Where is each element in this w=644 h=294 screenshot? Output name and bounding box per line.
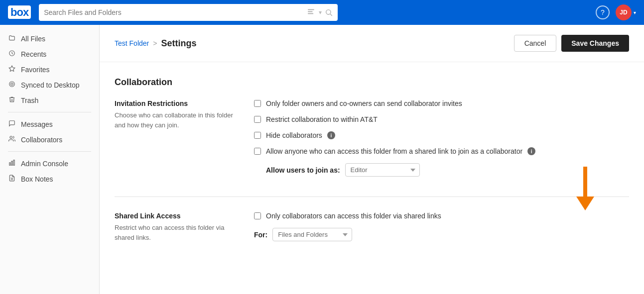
content-header: Test Folder > Settings Cancel Save Chang… (100, 25, 644, 62)
message-icon (8, 120, 16, 128)
svg-rect-11 (11, 161, 12, 165)
svg-rect-10 (9, 163, 10, 165)
sync-icon (8, 81, 16, 89)
shared-link-controls: Only collaborators can access this folde… (254, 212, 629, 242)
sidebar-item-favorites[interactable]: Favorites (0, 62, 99, 77)
sidebar-divider-2 (8, 151, 91, 152)
breadcrumb-current: Settings (161, 38, 196, 49)
sidebar-section-comm: Messages Collaborators (0, 116, 99, 147)
user-menu-caret: ▾ (634, 10, 636, 15)
sidebar-item-box-notes[interactable]: Box Notes (0, 171, 99, 187)
sidebar-item-label: Synced to Desktop (21, 81, 80, 89)
sidebar-item-admin-console[interactable]: Admin Console (0, 156, 99, 171)
chart-icon (8, 159, 16, 168)
settings-body: Collaboration Invitation Restrictions Ch… (100, 62, 644, 277)
shared-link-access-row: Shared Link Access Restrict who can acce… (115, 212, 629, 242)
svg-point-3 (326, 10, 331, 14)
checkbox-row-2: Restrict collaboration to within AT&T (254, 115, 629, 123)
checkbox-opt1[interactable] (254, 100, 261, 107)
checkbox-opt4[interactable] (254, 148, 261, 155)
invitation-restrictions-row: Invitation Restrictions Choose who can c… (115, 99, 629, 177)
search-icons: ▾ (308, 8, 333, 16)
trash-icon (8, 96, 16, 104)
svg-point-7 (9, 82, 15, 87)
breadcrumb: Test Folder > Settings (115, 38, 196, 49)
people-icon (8, 135, 16, 144)
search-icon (325, 8, 333, 16)
header-right: ? JD ▾ (596, 4, 636, 20)
breadcrumb-separator: > (153, 39, 157, 47)
sidebar-item-recents[interactable]: Recents (0, 46, 99, 62)
invitation-restrictions-title: Invitation Restrictions (115, 99, 234, 107)
checkbox-label-sopt1: Only collaborators can access this folde… (266, 212, 441, 220)
checkbox-row-4: Allow anyone who can access this folder … (254, 147, 629, 155)
sidebar-item-collaborators[interactable]: Collaborators (0, 132, 99, 147)
sidebar-item-all-files[interactable]: All Files (0, 31, 99, 46)
save-changes-button[interactable]: Save Changes (561, 35, 629, 52)
checkbox-label-opt3: Hide collaborators (266, 131, 322, 139)
cancel-button[interactable]: Cancel (514, 35, 557, 52)
svg-rect-12 (13, 160, 14, 166)
for-row: For: Files and Folders (254, 228, 629, 241)
for-label: For: (254, 231, 267, 239)
sidebar-item-messages[interactable]: Messages (0, 116, 99, 132)
search-bar[interactable]: ▾ (39, 4, 338, 21)
sidebar-item-label: Recents (21, 50, 46, 58)
checkbox-opt3[interactable] (254, 132, 261, 139)
header-actions: Cancel Save Changes (514, 35, 629, 52)
svg-marker-6 (9, 66, 15, 71)
sidebar-item-label: Admin Console (21, 160, 68, 168)
help-button[interactable]: ? (596, 5, 610, 19)
main-layout: All Files Recents Favorites Synced to De… (0, 25, 644, 294)
checkbox-row-sopt1: Only collaborators can access this folde… (254, 212, 629, 220)
folder-icon (8, 34, 16, 43)
info-icon-shared-link[interactable]: i (527, 147, 535, 155)
join-as-select[interactable]: Editor (345, 163, 420, 177)
checkbox-row-3: Hide collaborators i (254, 131, 629, 139)
checkbox-label-opt4: Allow anyone who can access this folder … (266, 147, 522, 155)
avatar: JD (616, 4, 632, 20)
checkbox-row-1: Only folder owners and co-owners can sen… (254, 99, 629, 107)
sidebar-item-label: All Files (21, 35, 45, 43)
sidebar-item-label: Collaborators (21, 136, 62, 144)
checkbox-opt2[interactable] (254, 116, 261, 123)
join-as-row: Allow users to join as: Editor (266, 163, 629, 177)
sidebar-item-label: Messages (21, 120, 53, 128)
arrow-shaft (583, 167, 587, 196)
breadcrumb-folder[interactable]: Test Folder (115, 39, 149, 47)
svg-point-8 (11, 83, 13, 86)
sidebar-item-label: Trash (21, 97, 38, 104)
content-area: Test Folder > Settings Cancel Save Chang… (100, 25, 644, 294)
sidebar-divider-1 (8, 112, 91, 112)
svg-point-9 (10, 136, 12, 139)
invitation-restrictions-controls: Only folder owners and co-owners can sen… (254, 99, 629, 177)
info-icon-hide-collaborators[interactable]: i (327, 131, 335, 139)
sidebar-item-trash[interactable]: Trash (0, 93, 99, 108)
for-select[interactable]: Files and Folders (272, 228, 352, 241)
orange-arrow (576, 167, 594, 210)
svg-line-4 (330, 14, 332, 16)
user-menu[interactable]: JD ▾ (616, 4, 636, 20)
app-header: box ▾ ? JD ▾ (0, 0, 644, 25)
box-logo: box (8, 6, 31, 19)
sidebar-item-label: Box Notes (21, 175, 53, 183)
svg-rect-0 (308, 9, 314, 10)
sidebar: All Files Recents Favorites Synced to De… (0, 25, 100, 294)
sidebar-item-synced[interactable]: Synced to Desktop (0, 77, 99, 93)
invitation-restrictions-label: Invitation Restrictions Choose who can c… (115, 99, 234, 177)
clock-icon (8, 50, 16, 58)
shared-link-desc: Restrict who can access this folder via … (115, 223, 234, 242)
svg-rect-2 (308, 13, 313, 14)
notes-icon (8, 175, 16, 183)
checkbox-label-opt1: Only folder owners and co-owners can sen… (266, 99, 462, 107)
search-input[interactable] (44, 8, 308, 16)
checkbox-sopt1[interactable] (254, 212, 261, 219)
star-icon (8, 65, 16, 74)
shared-link-title: Shared Link Access (115, 212, 234, 220)
sidebar-section-main: All Files Recents Favorites Synced to De… (0, 31, 99, 108)
checkbox-label-opt2: Restrict collaboration to within AT&T (266, 115, 378, 123)
svg-rect-1 (308, 11, 313, 12)
shared-link-label: Shared Link Access Restrict who can acce… (115, 212, 234, 242)
invitation-restrictions-desc: Choose who can collaborate in this folde… (115, 110, 234, 130)
sidebar-section-tools: Admin Console Box Notes (0, 156, 99, 187)
